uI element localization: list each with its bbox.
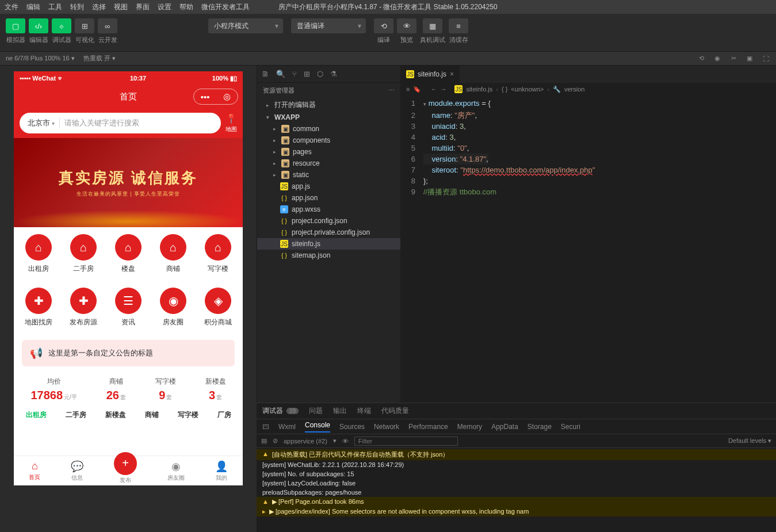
- compile-btn[interactable]: ⟲: [374, 18, 393, 33]
- paneltab-output[interactable]: 输出: [333, 406, 347, 416]
- search-box[interactable]: 北京市 请输入关键字进行搜索: [20, 113, 221, 133]
- folder-common[interactable]: ▸▣common: [257, 123, 400, 135]
- icon-publish[interactable]: ✚发布房源: [63, 288, 104, 327]
- file-projectprivate[interactable]: { }project.private.config.json: [257, 227, 400, 238]
- real-debug-btn[interactable]: ▦: [423, 18, 442, 33]
- code-editor[interactable]: 1▾ module.exports = { 2 name: "房产", 3 un…: [400, 95, 776, 403]
- editor-btn[interactable]: ‹/›: [29, 18, 48, 33]
- devtab-security[interactable]: Securi: [561, 423, 580, 431]
- debugger-btn[interactable]: ⟐: [52, 18, 71, 33]
- cache-btn[interactable]: ≡: [449, 18, 468, 33]
- folder-static[interactable]: ▸▣static: [257, 169, 400, 181]
- eye-icon[interactable]: 👁: [342, 438, 349, 445]
- icon-rent[interactable]: ⌂出租房: [18, 234, 59, 274]
- device-selector[interactable]: ne 6/7/8 Plus 100% 16 ▾: [6, 55, 75, 62]
- paneltab-debugger[interactable]: 调试器: [262, 406, 283, 416]
- menu-file[interactable]: 文件: [5, 2, 18, 12]
- mode-dropdown[interactable]: 小程序模式: [208, 18, 283, 33]
- devtab-performance[interactable]: Performance: [408, 423, 448, 431]
- icon-loupan[interactable]: ⌂楼盘: [108, 234, 148, 274]
- cut-icon[interactable]: ✂: [729, 54, 738, 63]
- devtab-console[interactable]: Console: [305, 421, 330, 433]
- menu-interface[interactable]: 界面: [136, 2, 150, 12]
- explorer-tab-files[interactable]: 🗎: [262, 70, 269, 78]
- subtab-0[interactable]: 出租房: [26, 410, 47, 420]
- tab-circle[interactable]: ◉房友圈: [167, 460, 185, 482]
- file-sitemap[interactable]: { }sitemap.json: [257, 250, 400, 261]
- devtab-network[interactable]: Network: [374, 423, 399, 431]
- menu-help[interactable]: 帮助: [179, 2, 193, 12]
- icon-circle[interactable]: ◉房友圈: [153, 288, 193, 327]
- visual-btn[interactable]: ⊞: [75, 18, 94, 33]
- devtab-sources[interactable]: Sources: [339, 423, 365, 431]
- paneltab-quality[interactable]: 代码质量: [381, 406, 409, 416]
- context-selector[interactable]: appservice (#2): [284, 438, 327, 445]
- folder-pages[interactable]: ▸▣pages: [257, 146, 400, 158]
- icon-news[interactable]: ☰资讯: [108, 288, 148, 327]
- compile-dropdown[interactable]: 普通编译: [291, 18, 366, 33]
- devtab-memory[interactable]: Memory: [457, 423, 482, 431]
- stat-price[interactable]: 均价17868元/平: [30, 377, 77, 402]
- filter-input[interactable]: [354, 437, 458, 446]
- console-log[interactable]: ▲[自动热重载] 已开启代码又件保存后自动热重载（不支持 json） [syst…: [257, 448, 776, 532]
- preview-btn[interactable]: 👁: [397, 18, 416, 33]
- subtab-1[interactable]: 二手房: [66, 410, 86, 420]
- subtab-2[interactable]: 新楼盘: [105, 410, 126, 420]
- tab-msg[interactable]: 💬信息: [71, 460, 83, 482]
- levels-selector[interactable]: Default levels ▾: [728, 437, 771, 445]
- capsule[interactable]: •••◎: [193, 89, 238, 105]
- file-appjs[interactable]: JSapp.js: [257, 181, 400, 192]
- stat-shop[interactable]: 商铺26套: [106, 377, 126, 402]
- menu-settings[interactable]: 设置: [158, 2, 171, 12]
- file-appjson[interactable]: { }app.json: [257, 192, 400, 204]
- file-projectconfig[interactable]: { }project.config.json: [257, 215, 400, 227]
- folder-components[interactable]: ▸▣components: [257, 135, 400, 146]
- stat-new[interactable]: 新楼盘3套: [205, 377, 226, 402]
- explorer-tab-search[interactable]: 🔍: [276, 70, 285, 78]
- subtab-3[interactable]: 商铺: [145, 410, 159, 420]
- file-appwxss[interactable]: ≡app.wxss: [257, 204, 400, 215]
- notice-bar[interactable]: 📢 这里是第一条自定义公告的标题: [22, 340, 235, 366]
- devtab-wxml[interactable]: Wxml: [278, 423, 296, 431]
- section-opened[interactable]: ▸打开的编辑器: [257, 98, 400, 112]
- breadcrumb[interactable]: ≡🔖 ←→ JSsiteinfo.js ›{ }<unknown> ›🔧vers…: [400, 83, 776, 95]
- menu-select[interactable]: 选择: [92, 2, 106, 12]
- expand-icon[interactable]: ⛶: [761, 54, 770, 63]
- tab-publish[interactable]: +发布: [114, 458, 137, 484]
- screenshot-icon[interactable]: ▣: [745, 54, 754, 63]
- hotreload-toggle[interactable]: 热重载 开 ▾: [83, 54, 116, 63]
- simulator-btn[interactable]: ▢: [6, 18, 25, 33]
- subtab-4[interactable]: 写字楼: [178, 410, 198, 420]
- explorer-tab-git[interactable]: ⑂: [292, 70, 297, 78]
- menu-view[interactable]: 视图: [114, 2, 128, 12]
- paneltab-problems[interactable]: 问题: [309, 406, 323, 416]
- file-siteinfo[interactable]: JSsiteinfo.js: [257, 238, 400, 250]
- inspect-icon[interactable]: ⮹: [262, 423, 269, 431]
- refresh-icon[interactable]: ⟲: [697, 54, 706, 63]
- cloud-btn[interactable]: ∞: [98, 18, 117, 33]
- subtab-5[interactable]: 厂房: [217, 410, 231, 420]
- sidebar-toggle-icon[interactable]: ▤: [261, 437, 267, 445]
- city-selector[interactable]: 北京市: [28, 118, 55, 128]
- icon-mall[interactable]: ◈积分商城: [198, 288, 238, 327]
- paneltab-terminal[interactable]: 终端: [357, 406, 371, 416]
- banner[interactable]: 真实房源 诚信服务 生活在最美的风景里 | 享受人生至高荣誉: [14, 138, 243, 227]
- menu-wxdevtools[interactable]: 微信开发者工具: [201, 2, 250, 12]
- record-icon[interactable]: ◉: [713, 54, 722, 63]
- clear-icon[interactable]: ⊘: [273, 437, 278, 445]
- icon-office[interactable]: ⌂写字楼: [198, 234, 238, 274]
- menu-edit[interactable]: 编辑: [26, 2, 40, 12]
- close-icon[interactable]: ×: [450, 70, 454, 78]
- editor-tab-siteinfo[interactable]: JSsiteinfo.js×: [400, 66, 460, 83]
- icon-shop[interactable]: ⌂商铺: [153, 234, 193, 274]
- explorer-more-icon[interactable]: ⋯: [388, 87, 395, 94]
- menu-tools[interactable]: 工具: [48, 2, 62, 12]
- explorer-tab-beaker[interactable]: ⚗: [330, 70, 337, 78]
- devtab-storage[interactable]: Storage: [527, 423, 552, 431]
- stat-office[interactable]: 写字楼9套: [155, 377, 176, 402]
- tab-me[interactable]: 👤我的: [215, 460, 228, 482]
- map-button[interactable]: 📍地图: [225, 113, 237, 133]
- tab-home[interactable]: ⌂首页: [29, 460, 40, 481]
- devtab-appdata[interactable]: AppData: [491, 423, 518, 431]
- icon-secondhand[interactable]: ⌂二手房: [63, 234, 104, 274]
